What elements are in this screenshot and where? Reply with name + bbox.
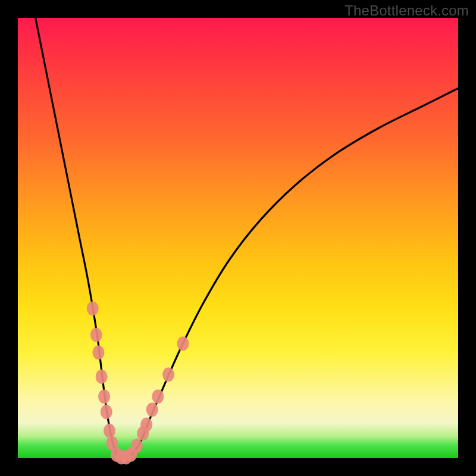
curve-marker <box>140 418 152 432</box>
curve-marker <box>152 389 164 403</box>
curve-marker <box>98 389 110 403</box>
curve-marker <box>101 405 112 419</box>
curve-marker <box>162 367 174 381</box>
curve-marker <box>87 301 99 315</box>
curve-markers <box>87 301 189 464</box>
curve-marker <box>131 439 143 453</box>
chart-frame: TheBottleneck.com <box>0 0 476 476</box>
curve-layer <box>18 18 458 458</box>
watermark-text: TheBottleneck.com <box>345 2 469 19</box>
curve-marker <box>90 328 102 342</box>
plot-area <box>18 18 458 458</box>
curve-marker <box>146 403 158 417</box>
bottleneck-curve <box>36 18 458 459</box>
curve-marker <box>96 369 108 384</box>
curve-marker <box>177 337 189 351</box>
curve-marker <box>104 424 115 438</box>
curve-marker <box>92 345 104 359</box>
